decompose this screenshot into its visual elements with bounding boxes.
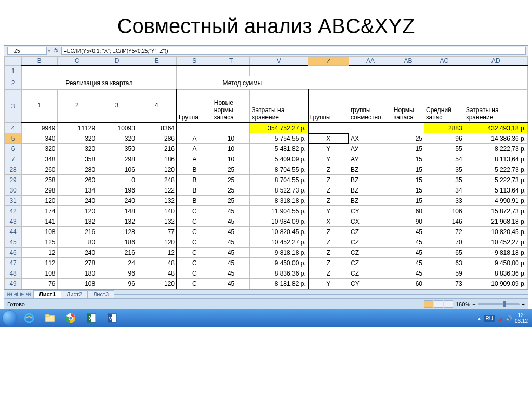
cell-AA42[interactable]: CY <box>349 206 392 216</box>
cell-AD5[interactable]: 14 386,36 р. <box>464 133 527 144</box>
cell-D47[interactable]: 24 <box>97 258 137 268</box>
cell-D42[interactable]: 148 <box>97 206 137 216</box>
cell-AD31[interactable]: 4 990,91 р. <box>464 196 527 206</box>
cell-AD42[interactable]: 15 872,73 р. <box>464 206 527 216</box>
cell-AA48[interactable]: CZ <box>349 268 392 279</box>
cell-V29[interactable]: 8 704,55 р. <box>250 175 308 185</box>
cell-B28[interactable]: 260 <box>22 164 57 175</box>
cell-AB28[interactable]: 15 <box>392 164 424 175</box>
cell-AA5[interactable]: АХ <box>349 133 392 144</box>
name-box[interactable]: Z5 <box>7 47 47 55</box>
tab-last-icon[interactable]: ⏭ <box>25 291 31 297</box>
cell-B45[interactable]: 125 <box>22 237 57 248</box>
cell-AA46[interactable]: CZ <box>349 248 392 258</box>
rowhead-3[interactable]: 3 <box>5 90 22 123</box>
cell-T29[interactable]: 25 <box>212 175 250 185</box>
cell-AD48[interactable]: 8 836,36 р. <box>464 268 527 279</box>
cell-Z5[interactable]: X <box>308 133 349 144</box>
cell-S30[interactable]: В <box>177 185 212 196</box>
cell-C47[interactable]: 278 <box>57 258 97 268</box>
cell-Z42[interactable]: Y <box>308 206 349 216</box>
cell-V30[interactable]: 8 522,73 р. <box>250 185 308 196</box>
cell-C30[interactable]: 134 <box>57 185 97 196</box>
cell-V47[interactable]: 9 450,00 р. <box>250 258 308 268</box>
cell-E6[interactable]: 216 <box>137 144 177 154</box>
cell-Z28[interactable]: Z <box>308 164 349 175</box>
rowhead-7[interactable]: 7 <box>5 154 22 164</box>
cell-V46[interactable]: 9 818,18 р. <box>250 248 308 258</box>
cell-E44[interactable]: 77 <box>137 227 177 237</box>
cell-B49[interactable]: 76 <box>22 279 57 289</box>
cell-Z44[interactable]: Z <box>308 227 349 237</box>
cell-AD4[interactable]: 432 493,18 р. <box>464 123 527 133</box>
cell-C46[interactable]: 240 <box>57 248 97 258</box>
cell-AC44[interactable]: 72 <box>424 227 464 237</box>
start-button[interactable] <box>2 310 18 326</box>
cell-C49[interactable]: 108 <box>57 279 97 289</box>
cell-V31[interactable]: 8 318,18 р. <box>250 196 308 206</box>
ie-icon[interactable] <box>20 311 38 325</box>
cell-AC49[interactable]: 73 <box>424 279 464 289</box>
cell-AC7[interactable]: 54 <box>424 154 464 164</box>
cell-T28[interactable]: 25 <box>212 164 250 175</box>
cell-AB43[interactable]: 90 <box>392 216 424 227</box>
cell-B43[interactable]: 141 <box>22 216 57 227</box>
cell-T49[interactable]: 45 <box>212 279 250 289</box>
cell-C7[interactable]: 358 <box>57 154 97 164</box>
col-E[interactable]: E <box>137 57 177 66</box>
cell-S7[interactable]: А <box>177 154 212 164</box>
cell-Z45[interactable]: Z <box>308 237 349 248</box>
tab-first-icon[interactable]: ⏮ <box>6 291 12 297</box>
rowhead-42[interactable]: 42 <box>5 206 22 216</box>
cell-Z30[interactable]: Z <box>308 185 349 196</box>
cell-V5[interactable]: 5 754,55 р. <box>250 133 308 144</box>
tray-kaspersky-icon[interactable]: ◢ <box>498 315 502 321</box>
cell-T31[interactable]: 25 <box>212 196 250 206</box>
cell-D31[interactable]: 240 <box>97 196 137 206</box>
cell-V4[interactable]: 354 752,27 р. <box>250 123 308 133</box>
cell-S4[interactable] <box>177 123 212 133</box>
cell-Z47[interactable]: Z <box>308 258 349 268</box>
cell-AB44[interactable]: 45 <box>392 227 424 237</box>
excel-icon[interactable]: X <box>82 311 101 325</box>
cell-T43[interactable]: 45 <box>212 216 250 227</box>
cell-V45[interactable]: 10 452,27 р. <box>250 237 308 248</box>
cell-E30[interactable]: 122 <box>137 185 177 196</box>
cell-AB31[interactable]: 15 <box>392 196 424 206</box>
col-AD[interactable]: AD <box>464 57 527 66</box>
cell-T4[interactable] <box>212 123 250 133</box>
col-V[interactable]: V <box>250 57 308 66</box>
tray-up-icon[interactable]: ▴ <box>478 315 481 321</box>
cell-AC43[interactable]: 146 <box>424 216 464 227</box>
cell-B42[interactable]: 174 <box>22 206 57 216</box>
cell-T7[interactable]: 10 <box>212 154 250 164</box>
col-AC[interactable]: AC <box>424 57 464 66</box>
rowhead-1[interactable]: 1 <box>5 66 22 76</box>
cell-S48[interactable]: С <box>177 268 212 279</box>
cell-V43[interactable]: 10 984,09 р. <box>250 216 308 227</box>
cell-D7[interactable]: 298 <box>97 154 137 164</box>
cell-E28[interactable]: 120 <box>137 164 177 175</box>
cell-T42[interactable]: 45 <box>212 206 250 216</box>
cell-AA47[interactable]: CZ <box>349 258 392 268</box>
cell-E7[interactable]: 186 <box>137 154 177 164</box>
language-indicator[interactable]: RU <box>484 315 495 322</box>
col-S[interactable]: S <box>177 57 212 66</box>
cell-Z48[interactable]: Z <box>308 268 349 279</box>
cell-E42[interactable]: 140 <box>137 206 177 216</box>
cell-D4[interactable]: 10093 <box>97 123 137 133</box>
cell-AD29[interactable]: 5 222,73 р. <box>464 175 527 185</box>
cell-S5[interactable]: А <box>177 133 212 144</box>
cell-AC5[interactable]: 96 <box>424 133 464 144</box>
explorer-icon[interactable] <box>41 311 59 325</box>
cell-D48[interactable]: 96 <box>97 268 137 279</box>
cell-D6[interactable]: 350 <box>97 144 137 154</box>
rowhead-29[interactable]: 29 <box>5 175 22 185</box>
cell-Z29[interactable]: Z <box>308 175 349 185</box>
cell-AD28[interactable]: 5 222,73 р. <box>464 164 527 175</box>
rowhead-5[interactable]: 5 <box>5 133 22 144</box>
cell-E47[interactable]: 48 <box>137 258 177 268</box>
cell-D45[interactable]: 186 <box>97 237 137 248</box>
name-box-dropdown-icon[interactable]: ▾ <box>47 48 51 53</box>
word-icon[interactable]: W <box>103 311 122 325</box>
